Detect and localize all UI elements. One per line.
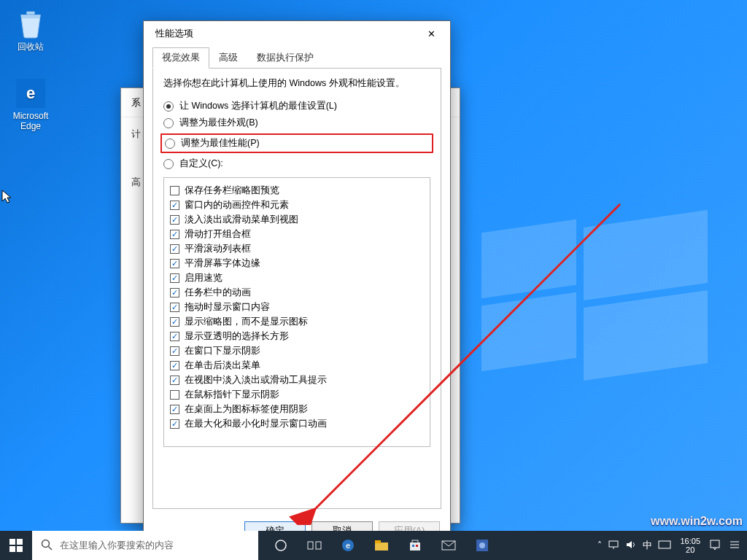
svg-point-6: [42, 540, 50, 547]
taskbar-pinned-apps: e: [266, 531, 498, 560]
checkbox-item[interactable]: 淡入淡出或滑动菜单到视图: [170, 214, 424, 226]
checkbox-label: 在窗口下显示阴影: [185, 345, 260, 357]
svg-rect-2: [9, 539, 15, 545]
mail-icon[interactable]: [441, 537, 457, 553]
performance-options-dialog: 性能选项 ✕ 视觉效果 高级 数据执行保护 选择你想在此计算机上使用的 Wind…: [143, 20, 451, 550]
checkbox-item[interactable]: 拖动时显示窗口内容: [170, 301, 424, 314]
svg-rect-27: [711, 540, 719, 548]
close-button[interactable]: ✕: [417, 23, 446, 44]
checkbox-icon: [170, 230, 179, 239]
tab-advanced[interactable]: 高级: [209, 47, 247, 69]
checkbox-item[interactable]: 窗口内的动画控件和元素: [170, 199, 424, 211]
svg-point-8: [276, 540, 286, 551]
svg-rect-0: [26, 12, 34, 15]
checkbox-icon: [170, 390, 179, 400]
radio-label: 调整为最佳外观(B): [179, 117, 258, 129]
checkbox-item[interactable]: 平滑滚动列表框: [170, 243, 424, 255]
checkbox-label: 保存任务栏缩略图预览: [185, 184, 279, 197]
checkbox-item[interactable]: 在鼠标指针下显示阴影: [170, 389, 424, 401]
radio-label: 自定义(C):: [179, 158, 223, 170]
svg-rect-17: [412, 545, 414, 547]
app-icon[interactable]: [474, 537, 490, 553]
radio-icon: [163, 159, 174, 169]
search-placeholder: 在这里输入你要搜索的内容: [60, 539, 174, 552]
checkbox-item[interactable]: 任务栏中的动画: [170, 287, 424, 299]
checkbox-icon: [170, 376, 179, 385]
svg-rect-14: [375, 540, 381, 543]
checkbox-label: 显示缩略图，而不是显示图标: [185, 316, 308, 328]
tab-dep[interactable]: 数据执行保护: [247, 47, 323, 69]
svg-rect-24: [659, 541, 670, 548]
checkbox-icon: [170, 405, 179, 414]
checkbox-label: 启用速览: [185, 272, 222, 284]
radio-label: 调整为最佳性能(P): [181, 137, 260, 149]
checkbox-item[interactable]: 在视图中淡入淡出或滑动工具提示: [170, 374, 424, 386]
radio-icon: [163, 118, 174, 128]
checkbox-item[interactable]: 在窗口下显示阴影: [170, 345, 424, 357]
svg-line-7: [49, 546, 53, 550]
svg-rect-22: [609, 541, 618, 547]
checkbox-item[interactable]: 平滑屏幕字体边缘: [170, 257, 424, 270]
taskbar-clock[interactable]: 16:05 20: [680, 537, 700, 554]
checkbox-label: 在视图中淡入淡出或滑动工具提示: [185, 374, 327, 386]
desktop-icon-label: 回收站: [6, 41, 55, 53]
tab-visual-effects[interactable]: 视觉效果: [152, 47, 209, 69]
file-explorer-icon[interactable]: [374, 537, 390, 553]
checkbox-icon: [170, 346, 179, 356]
volume-icon[interactable]: [625, 540, 637, 552]
list-icon[interactable]: [729, 540, 740, 552]
checkbox-item[interactable]: 启用速览: [170, 272, 424, 284]
svg-rect-5: [17, 546, 23, 552]
checkbox-icon: [170, 215, 179, 225]
checkbox-icon: [170, 201, 179, 210]
desktop-icon-recycle-bin[interactable]: 回收站: [6, 9, 55, 53]
checkbox-label: 在桌面上为图标标签使用阴影: [185, 403, 308, 416]
task-view-icon[interactable]: [306, 537, 322, 553]
edge-taskbar-icon[interactable]: e: [340, 537, 356, 553]
visual-effects-checklist[interactable]: 保存任务栏缩略图预览窗口内的动画控件和元素淡入淡出或滑动菜单到视图滑动打开组合框…: [163, 177, 430, 447]
ime-indicator[interactable]: 中: [643, 539, 652, 552]
radio-let-windows-choose[interactable]: 让 Windows 选择计算机的最佳设置(L): [163, 100, 430, 112]
checkbox-icon: [170, 332, 179, 341]
bg-title: 系: [131, 96, 141, 109]
checkbox-label: 在最大化和最小化时显示窗口动画: [185, 418, 327, 430]
desktop: 回收站 e Microsoft Edge 系 ✕ 计 高 性能选项 ✕ 视觉效果…: [0, 0, 747, 560]
checkbox-label: 平滑屏幕字体边缘: [185, 257, 260, 270]
tab-panel-visual-effects: 选择你想在此计算机上使用的 Windows 外观和性能设置。 让 Windows…: [152, 68, 441, 509]
dialog-title: 性能选项: [155, 27, 193, 40]
checkbox-item[interactable]: 在单击后淡出菜单: [170, 359, 424, 372]
checkbox-label: 淡入淡出或滑动菜单到视图: [185, 214, 298, 226]
start-button[interactable]: [0, 531, 32, 560]
checkbox-item[interactable]: 滑动打开组合框: [170, 228, 424, 241]
desktop-icon-edge[interactable]: e Microsoft Edge: [6, 79, 55, 131]
wallpaper-windows-logo: [481, 211, 715, 372]
checkbox-item[interactable]: 在最大化和最小化时显示窗口动画: [170, 418, 424, 430]
network-icon[interactable]: [608, 540, 619, 552]
cortana-circle-icon[interactable]: [273, 537, 289, 553]
checkbox-item[interactable]: 显示亚透明的选择长方形: [170, 330, 424, 343]
radio-best-appearance[interactable]: 调整为最佳外观(B): [163, 117, 430, 129]
taskbar: 在这里输入你要搜索的内容 e ˄ 中 16:05 20: [0, 531, 747, 560]
taskbar-tray: ˄ 中 16:05 20: [590, 537, 747, 554]
radio-icon: [165, 139, 175, 149]
notification-center-icon[interactable]: [709, 539, 721, 553]
clock-date: 20: [680, 545, 700, 554]
store-icon[interactable]: [407, 537, 423, 553]
checkbox-icon: [170, 303, 179, 312]
checkbox-item[interactable]: 保存任务栏缩略图预览: [170, 184, 424, 197]
checkbox-item[interactable]: 显示缩略图，而不是显示图标: [170, 316, 424, 328]
radio-best-performance[interactable]: 调整为最佳性能(P): [160, 133, 433, 153]
checkbox-label: 显示亚透明的选择长方形: [185, 330, 289, 343]
checkbox-icon: [170, 419, 179, 429]
dialog-tabs: 视觉效果 高级 数据执行保护: [152, 47, 441, 69]
radio-custom[interactable]: 自定义(C):: [163, 158, 430, 170]
keyboard-icon[interactable]: [658, 540, 671, 551]
desktop-icon-label: Microsoft Edge: [6, 111, 55, 131]
checkbox-item[interactable]: 在桌面上为图标标签使用阴影: [170, 403, 424, 416]
svg-rect-18: [416, 545, 418, 547]
checkbox-icon: [170, 259, 179, 268]
checkbox-label: 在单击后淡出菜单: [185, 359, 260, 372]
tray-chevron-icon[interactable]: ˄: [597, 540, 602, 551]
taskbar-search[interactable]: 在这里输入你要搜索的内容: [32, 531, 258, 560]
checkbox-label: 在鼠标指针下显示阴影: [185, 389, 279, 401]
